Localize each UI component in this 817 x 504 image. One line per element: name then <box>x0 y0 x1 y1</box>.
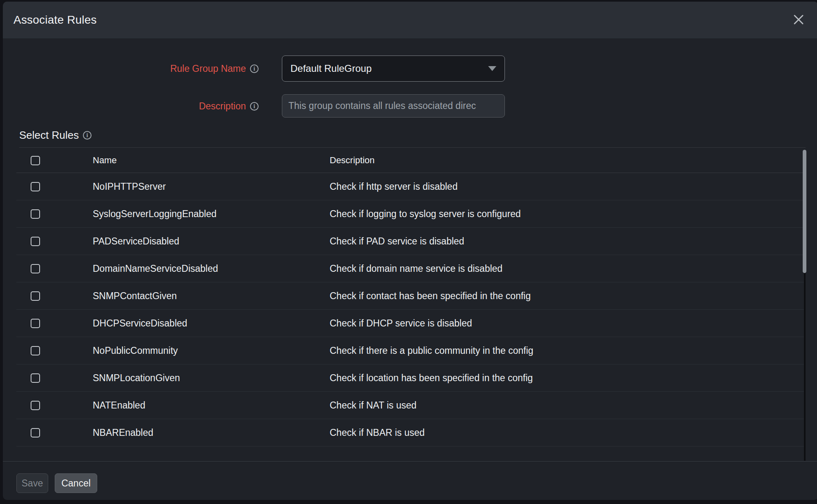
rule-description: Check if DHCP service is disabled <box>330 318 817 329</box>
table-row[interactable]: SNMPContactGiven Check if contact has be… <box>3 282 817 310</box>
table-row[interactable]: NoPublicCommunity Check if there is a pu… <box>3 337 817 364</box>
select-rules-heading-text: Select Rules <box>19 129 79 142</box>
associate-rules-modal: Associate Rules Rule Group Name Default … <box>3 2 817 500</box>
rule-description: Check if location has been specified in … <box>330 373 817 384</box>
scrollbar-thumb[interactable] <box>803 150 806 273</box>
info-icon[interactable] <box>250 102 259 111</box>
description-input[interactable] <box>282 94 505 118</box>
rule-group-label: Rule Group Name <box>170 63 246 74</box>
row-checkbox[interactable] <box>31 401 40 410</box>
row-checkbox-cell <box>3 373 93 383</box>
row-checkbox[interactable] <box>31 237 40 246</box>
modal-header: Associate Rules <box>3 2 817 38</box>
table-row[interactable]: NBAREnabled Check if NBAR is used <box>3 419 817 446</box>
row-checkbox[interactable] <box>31 209 40 219</box>
description-label-row: Description <box>95 101 259 112</box>
modal-title: Associate Rules <box>13 13 97 27</box>
table-header-row: Name Description <box>3 148 817 173</box>
rule-name: PADServiceDisabled <box>93 236 330 247</box>
row-checkbox[interactable] <box>31 373 40 383</box>
save-button[interactable]: Save <box>16 473 48 493</box>
rule-group-select[interactable]: Default RuleGroup <box>282 56 505 82</box>
row-checkbox[interactable] <box>31 428 40 437</box>
rule-name: NATEnabled <box>93 400 330 411</box>
table-row[interactable]: NoIPHTTPServer Check if http server is d… <box>3 173 817 200</box>
table-row[interactable]: DHCPServiceDisabled Check if DHCP servic… <box>3 310 817 337</box>
row-checkbox-cell <box>3 346 93 355</box>
rule-description: Check if logging to syslog server is con… <box>330 209 817 220</box>
divider <box>3 461 817 462</box>
rule-name: DomainNameServiceDisabled <box>93 263 330 274</box>
table-row[interactable]: NATEnabled Check if NAT is used <box>3 392 817 419</box>
cancel-button[interactable]: Cancel <box>55 473 97 493</box>
row-checkbox[interactable] <box>31 319 40 328</box>
table-row[interactable]: SyslogServerLoggingEnabled Check if logg… <box>3 200 817 228</box>
rule-description: Check if there is a public community in … <box>330 345 817 356</box>
row-checkbox-cell <box>3 264 93 273</box>
row-checkbox[interactable] <box>31 182 40 191</box>
rule-name: SyslogServerLoggingEnabled <box>93 209 330 220</box>
row-checkbox-cell <box>3 209 93 219</box>
rule-description: Check if NAT is used <box>330 400 817 411</box>
info-icon[interactable] <box>250 64 259 73</box>
row-checkbox-cell <box>3 428 93 437</box>
row-checkbox-cell <box>3 237 93 246</box>
info-icon[interactable] <box>83 131 92 140</box>
rule-name: DHCPServiceDisabled <box>93 318 330 329</box>
row-checkbox[interactable] <box>31 346 40 355</box>
row-checkbox-cell <box>3 291 93 301</box>
table-body: NoIPHTTPServer Check if http server is d… <box>3 173 817 446</box>
table-row[interactable]: SNMPLocationGiven Check if location has … <box>3 364 817 392</box>
description-label: Description <box>199 101 246 112</box>
chevron-down-icon <box>488 66 496 71</box>
rule-description: Check if NBAR is used <box>330 427 817 438</box>
rule-group-selected-value: Default RuleGroup <box>290 63 488 74</box>
close-icon <box>793 14 804 27</box>
row-checkbox-cell <box>3 182 93 191</box>
table-row[interactable]: DomainNameServiceDisabled Check if domai… <box>3 255 817 282</box>
row-checkbox-cell <box>3 401 93 410</box>
rule-group-label-row: Rule Group Name <box>95 63 259 74</box>
close-button[interactable] <box>793 15 804 26</box>
select-all-checkbox[interactable] <box>31 156 40 165</box>
rule-name: NBAREnabled <box>93 427 330 438</box>
description-column-header: Description <box>330 155 817 166</box>
name-column-header: Name <box>93 155 330 166</box>
row-checkbox[interactable] <box>31 264 40 273</box>
rule-description: Check if contact has been specified in t… <box>330 291 817 302</box>
rule-description: Check if domain name service is disabled <box>330 263 817 274</box>
page-background: Associate Rules Rule Group Name Default … <box>0 0 817 504</box>
rule-name: NoPublicCommunity <box>93 345 330 356</box>
rule-description: Check if http server is disabled <box>330 181 817 192</box>
rules-table: Name Description NoIPHTTPServer Check if… <box>3 148 817 446</box>
rule-description: Check if PAD service is disabled <box>330 236 817 247</box>
rule-name: SNMPLocationGiven <box>93 373 330 384</box>
select-rules-heading: Select Rules <box>19 129 92 142</box>
header-checkbox-cell <box>3 156 93 165</box>
rule-name: SNMPContactGiven <box>93 291 330 302</box>
table-row[interactable]: PADServiceDisabled Check if PAD service … <box>3 228 817 255</box>
row-checkbox-cell <box>3 319 93 328</box>
row-checkbox[interactable] <box>31 291 40 301</box>
rule-name: NoIPHTTPServer <box>93 181 330 192</box>
